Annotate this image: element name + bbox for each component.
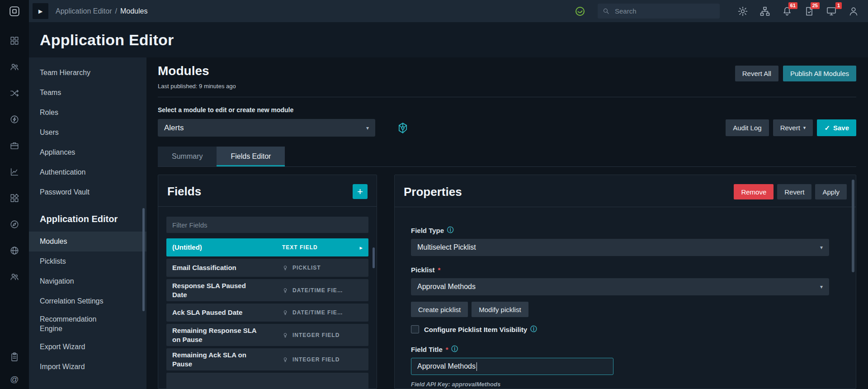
field-list-scrollbar[interactable]: [373, 247, 375, 268]
apply-button[interactable]: Apply: [815, 184, 847, 199]
sitemap-icon[interactable]: [760, 6, 770, 17]
sidebar-item-navigation[interactable]: Navigation: [29, 271, 146, 291]
field-type-label: TEXT FIELD: [282, 244, 318, 251]
field-type-label: INTEGER FIELD: [292, 356, 340, 363]
field-row[interactable]: Ack SLA Paused Date DATE/TIME FIE…: [166, 304, 368, 322]
user-profile-icon[interactable]: [848, 6, 859, 17]
field-row[interactable]: Remaining Response SLA on Pause INTEGER …: [166, 324, 368, 346]
global-settings-icon[interactable]: [9, 246, 19, 256]
user-communities-icon[interactable]: [9, 272, 19, 282]
save-label: Save: [833, 124, 849, 132]
revert-all-button[interactable]: Revert All: [735, 66, 778, 81]
filter-fields-input[interactable]: [166, 217, 368, 233]
chevron-down-icon: ▾: [366, 125, 369, 131]
field-title-input[interactable]: Approval Methods: [411, 358, 613, 375]
field-row[interactable]: Response SLA Paused Date DATE/TIME FIE…: [166, 279, 368, 301]
sidebar-item-roles[interactable]: Roles: [29, 103, 146, 123]
field-name: (Untitled): [172, 243, 282, 252]
sidebar-item-users[interactable]: Users: [29, 123, 146, 142]
field-type-label: DATE/TIME FIE…: [292, 287, 343, 294]
field-name: Remaining Response SLA on Pause: [172, 326, 282, 344]
field-type-dropdown[interactable]: Multiselect Picklist ▾: [411, 239, 829, 256]
module-select-value: Alerts: [164, 123, 184, 133]
app-logo[interactable]: [0, 0, 29, 22]
app-icon-rail: @: [0, 0, 29, 389]
resources-icon[interactable]: [9, 141, 19, 151]
sidebar-item-picklists[interactable]: Picklists: [29, 251, 146, 271]
sidebar-item-authentication[interactable]: Authentication: [29, 162, 146, 182]
tab-fields-editor[interactable]: Fields Editor: [217, 147, 285, 166]
field-type-icon: [282, 356, 288, 363]
create-picklist-button[interactable]: Create picklist: [411, 302, 468, 317]
notifications-bell-icon[interactable]: 61: [782, 6, 793, 17]
properties-panel-title: Properties: [404, 185, 462, 199]
team-hierarchy-icon[interactable]: [9, 62, 19, 72]
visibility-label: Configure Picklist Item Visibility ⓘ: [424, 325, 537, 333]
sidebar-item-password-vault[interactable]: Password Vault: [29, 182, 146, 202]
info-icon[interactable]: ⓘ: [447, 226, 453, 234]
visibility-checkbox[interactable]: [411, 325, 419, 333]
header-divider: [158, 97, 856, 97]
widgets-icon[interactable]: [9, 193, 19, 203]
save-button[interactable]: ✓ Save: [817, 119, 856, 136]
field-row[interactable]: Remaining Ack SLA on Pause INTEGER FIELD: [166, 348, 368, 370]
field-type-icon: [282, 309, 288, 316]
field-name: Response SLA Paused Date: [172, 281, 282, 299]
workflow-icon[interactable]: [9, 88, 19, 98]
global-search: [598, 4, 720, 19]
publish-all-modules-button[interactable]: Publish All Modules: [783, 66, 856, 81]
approvals-badge: 25: [811, 2, 820, 9]
module-type-icon: [396, 121, 410, 135]
automation-icon[interactable]: [9, 114, 19, 124]
field-row[interactable]: Email Classification PICKLIST: [166, 259, 368, 277]
sidebar-item-correlation-settings[interactable]: Correlation Settings: [29, 291, 146, 311]
required-asterisk: *: [446, 346, 448, 353]
chevron-right-icon: ▸: [359, 244, 363, 251]
sidebar-item-team-hierarchy[interactable]: Team Hierarchy: [29, 63, 146, 83]
reports-icon[interactable]: [9, 167, 19, 177]
field-row[interactable]: (Untitled) TEXT FIELD ▸: [166, 238, 368, 256]
fields-panel: Fields + (Untitled) TEXT FIELD ▸ Email C…: [158, 175, 377, 389]
tab-summary[interactable]: Summary: [158, 147, 217, 166]
modify-picklist-button[interactable]: Modify picklist: [472, 302, 528, 317]
sidebar-item-teams[interactable]: Teams: [29, 83, 146, 103]
field-type-value: Multiselect Picklist: [417, 243, 476, 251]
sidebar-item-recommendation-engine[interactable]: Recommendation Engine: [29, 311, 146, 337]
sidebar-item-appliances[interactable]: Appliances: [29, 142, 146, 162]
field-type-icon: [282, 265, 288, 271]
module-select-dropdown[interactable]: Alerts ▾: [158, 119, 375, 137]
info-icon[interactable]: ⓘ: [452, 345, 458, 353]
field-type-form-label: Field Type ⓘ: [411, 226, 828, 234]
search-input[interactable]: [614, 7, 715, 15]
expand-nav-button[interactable]: ▶: [33, 3, 48, 19]
navigation-icon[interactable]: [9, 219, 19, 229]
field-title-value: Approval Methods: [417, 362, 476, 370]
field-row-partial[interactable]: [166, 373, 368, 389]
revert-label: Revert: [780, 124, 800, 132]
text-cursor: [476, 362, 477, 371]
dashboard-icon[interactable]: [9, 36, 19, 46]
approvals-icon[interactable]: 25: [804, 6, 815, 17]
breadcrumb-current: Modules: [120, 7, 147, 15]
properties-scrollbar[interactable]: [852, 180, 854, 272]
sidebar-scrollbar[interactable]: [142, 208, 145, 311]
settings-gear-icon[interactable]: [737, 6, 748, 17]
help-icon[interactable]: @: [10, 375, 19, 384]
picklist-dropdown[interactable]: Approval Methods ▾: [411, 278, 829, 295]
remove-button[interactable]: Remove: [734, 184, 774, 199]
sidebar-item-export-wizard[interactable]: Export Wizard: [29, 337, 146, 357]
revert-dropdown-button[interactable]: Revert ▾: [773, 119, 813, 136]
info-icon[interactable]: ⓘ: [530, 325, 537, 333]
field-name: Remaining Ack SLA on Pause: [172, 351, 282, 368]
breadcrumb-parent[interactable]: Application Editor: [56, 7, 112, 15]
system-health-icon[interactable]: [575, 6, 585, 17]
sidebar-item-modules[interactable]: Modules: [29, 232, 146, 251]
audit-log-button[interactable]: Audit Log: [726, 119, 769, 136]
field-list: (Untitled) TEXT FIELD ▸ Email Classifica…: [158, 238, 377, 389]
revert-button[interactable]: Revert: [777, 184, 811, 199]
breadcrumb: Application Editor / Modules: [56, 7, 147, 15]
add-field-button[interactable]: +: [353, 184, 368, 199]
export-templates-icon[interactable]: [9, 352, 19, 362]
queue-monitor-icon[interactable]: 1: [826, 6, 837, 17]
sidebar-item-import-wizard[interactable]: Import Wizard: [29, 357, 146, 377]
